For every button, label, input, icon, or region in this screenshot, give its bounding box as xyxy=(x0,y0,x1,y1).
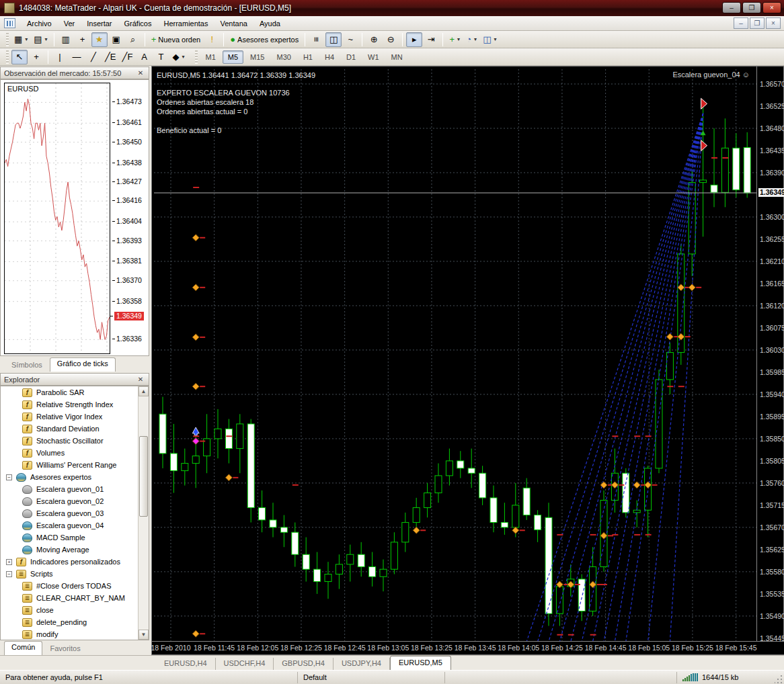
tree-item-parabolic-sar[interactable]: fParabolic SAR xyxy=(1,386,138,398)
chart-tab-usdjpy-h4[interactable]: USDJPY,H4 xyxy=(334,658,390,670)
dropdown-arrow-icon[interactable]: ▾ xyxy=(182,54,185,60)
zoom-out-button[interactable]: ⊖ xyxy=(383,32,399,47)
tree-item-modify[interactable]: ≣modify xyxy=(1,628,138,640)
tree-item--close-orders-todas[interactable]: ≣#Close Orders TODAS xyxy=(1,580,138,592)
toolbar-grip[interactable] xyxy=(6,50,9,64)
crosshair-button[interactable]: + xyxy=(28,50,44,65)
navigator-close-icon[interactable]: ✕ xyxy=(136,375,145,384)
restore-button[interactable]: ❐ xyxy=(742,2,761,13)
menu-archivo[interactable]: Archivo xyxy=(21,17,58,30)
tree-item-relative-strength-index[interactable]: fRelative Strength Index xyxy=(1,398,138,411)
tree-item-escalera-guevon-03[interactable]: Escalera guevon_03 xyxy=(1,507,138,519)
data-window-button[interactable]: + xyxy=(75,32,91,47)
cursor-button[interactable]: ↖ xyxy=(11,50,28,65)
menu-herramientas[interactable]: Herramientas xyxy=(157,17,214,30)
templates-button[interactable]: ◫▾ xyxy=(480,32,499,47)
tree-item-clear-chart-by-nam[interactable]: ≣CLEAR_CHART_BY_NAM xyxy=(1,592,138,604)
collapse-icon[interactable]: − xyxy=(6,571,12,577)
market-watch-button[interactable]: ▥ xyxy=(58,32,74,47)
timeframe-m5-button[interactable]: M5 xyxy=(223,50,243,64)
chart-shift-button[interactable]: ⇥ xyxy=(423,32,439,47)
alert-button[interactable]: ! xyxy=(204,32,220,47)
tree-item-stochastic-oscillator[interactable]: fStochastic Oscillator xyxy=(1,435,138,447)
collapse-icon[interactable]: − xyxy=(6,474,12,480)
profiles-button[interactable]: ▤▾ xyxy=(31,32,50,47)
market-watch-close-icon[interactable]: ✕ xyxy=(136,69,145,77)
tree-item-moving-average[interactable]: Moving Average xyxy=(1,544,138,556)
scroll-down-icon[interactable]: ▼ xyxy=(139,630,149,640)
timeframe-mn-button[interactable]: MN xyxy=(386,50,408,64)
tab-com-n[interactable]: Común xyxy=(4,641,42,655)
favorites-button[interactable]: ★ xyxy=(91,32,108,47)
tree-item-indicadores-personalizados[interactable]: +fIndicadores personalizados xyxy=(1,556,138,568)
close-button[interactable]: × xyxy=(762,2,781,13)
new-chart-button[interactable]: ▦▾ xyxy=(11,32,30,47)
tree-item-macd-sample[interactable]: MACD Sample xyxy=(1,531,138,544)
periods-button[interactable]: ◔▾ xyxy=(463,32,479,47)
tree-item-volumes[interactable]: fVolumes xyxy=(1,447,138,459)
navigator-header[interactable]: Explorador ✕ xyxy=(0,373,149,386)
menu-ventana[interactable]: Ventana xyxy=(214,17,253,30)
dropdown-arrow-icon[interactable]: ▾ xyxy=(474,36,477,42)
line-chart-button[interactable]: ~ xyxy=(342,32,358,47)
auto-scroll-button[interactable]: ▸ xyxy=(406,32,422,47)
bar-chart-button[interactable]: ≡ xyxy=(309,32,325,47)
indicators-button[interactable]: +▾ xyxy=(446,32,463,47)
terminal-button[interactable]: ⌕ xyxy=(125,32,141,47)
trendline-button[interactable]: ╱ xyxy=(85,50,102,65)
arrows-button[interactable]: ◆▾ xyxy=(170,50,188,65)
menu-ver[interactable]: Ver xyxy=(58,17,81,30)
candle-chart-button[interactable]: ◫ xyxy=(325,32,342,47)
fibonacci-button[interactable]: ╱F xyxy=(120,50,136,65)
candlestick-chart[interactable] xyxy=(154,69,757,642)
tree-item-escalera-guevon-02[interactable]: Escalera guevon_02 xyxy=(1,495,138,507)
timeframe-m1-button[interactable]: M1 xyxy=(200,50,221,64)
status-profile[interactable]: Default xyxy=(298,672,445,683)
vertical-line-button[interactable]: | xyxy=(52,50,68,65)
menu-ayuda[interactable]: Ayuda xyxy=(253,17,286,30)
timeframe-h1-button[interactable]: H1 xyxy=(298,50,318,64)
resize-grip[interactable] xyxy=(775,675,783,683)
title-bar[interactable]: 1484038: MetaTrader - Alpari UK - Cuenta… xyxy=(0,0,784,16)
dropdown-arrow-icon[interactable]: ▾ xyxy=(25,36,28,42)
navigator-button[interactable]: ▣ xyxy=(108,32,124,47)
navigator-scrollbar[interactable]: ▲ ▼ xyxy=(138,386,149,640)
chart-tab-eurusd-h4[interactable]: EURUSD,H4 xyxy=(156,658,216,670)
expand-icon[interactable]: + xyxy=(6,559,12,565)
tree-item-scripts[interactable]: −≣Scripts xyxy=(1,568,138,580)
tab-s-mbolos[interactable]: Símbolos xyxy=(4,359,50,372)
mdi-minimize-button[interactable]: – xyxy=(734,17,748,29)
chart-window-icon[interactable] xyxy=(4,18,15,28)
tab-favoritos[interactable]: Favoritos xyxy=(42,642,87,655)
timeframe-d1-button[interactable]: D1 xyxy=(341,50,361,64)
dropdown-arrow-icon[interactable]: ▾ xyxy=(45,36,48,42)
tree-item-williams-percent-range[interactable]: fWilliams' Percent Range xyxy=(1,459,138,471)
tree-item-escalera-guevon-04[interactable]: Escalera guevon_04 xyxy=(1,519,138,531)
expert-advisors-button[interactable]: ●Asesores expertos xyxy=(227,32,301,47)
tree-item-relative-vigor-index[interactable]: fRelative Vigor Index xyxy=(1,411,138,423)
timeframe-m15-button[interactable]: M15 xyxy=(245,50,270,64)
new-order-button[interactable]: +Nueva orden xyxy=(149,32,204,47)
tree-item-delete-pending[interactable]: ≣delete_pending xyxy=(1,616,138,628)
tree-item-standard-deviation[interactable]: fStandard Deviation xyxy=(1,423,138,435)
menu-insertar[interactable]: Insertar xyxy=(81,17,118,30)
zoom-in-button[interactable]: ⊕ xyxy=(366,32,382,47)
menu-gráficos[interactable]: Gráficos xyxy=(118,17,158,30)
chart-tab-eurusd-m5[interactable]: EURUSD,M5 xyxy=(390,656,451,670)
text-label-button[interactable]: T xyxy=(153,50,169,65)
tree-item-close[interactable]: ≣close xyxy=(1,604,138,616)
chart-window[interactable]: EURUSD,M5 1.36441 1.36472 1.36339 1.3634… xyxy=(151,66,784,655)
toolbar-grip[interactable] xyxy=(6,33,9,46)
scroll-up-icon[interactable]: ▲ xyxy=(139,386,149,396)
tree-item-asesores-expertos[interactable]: −Asesores expertos xyxy=(1,471,138,483)
minimize-button[interactable]: – xyxy=(722,2,741,13)
chart-tab-usdchf-h4[interactable]: USDCHF,H4 xyxy=(216,658,274,670)
tick-chart[interactable]: EURUSD xyxy=(4,83,110,354)
dropdown-arrow-icon[interactable]: ▾ xyxy=(457,36,460,42)
tab-gr-fico-de-ticks[interactable]: Gráfico de ticks xyxy=(50,357,116,372)
market-watch-header[interactable]: Observación del mercado: 15:57:50 ✕ xyxy=(0,67,149,79)
timeframe-m30-button[interactable]: M30 xyxy=(271,50,296,64)
mdi-close-button[interactable]: × xyxy=(766,17,781,29)
toolbar-grip[interactable] xyxy=(195,50,198,64)
chart-tab-gbpusd-h4[interactable]: GBPUSD,H4 xyxy=(274,658,334,670)
